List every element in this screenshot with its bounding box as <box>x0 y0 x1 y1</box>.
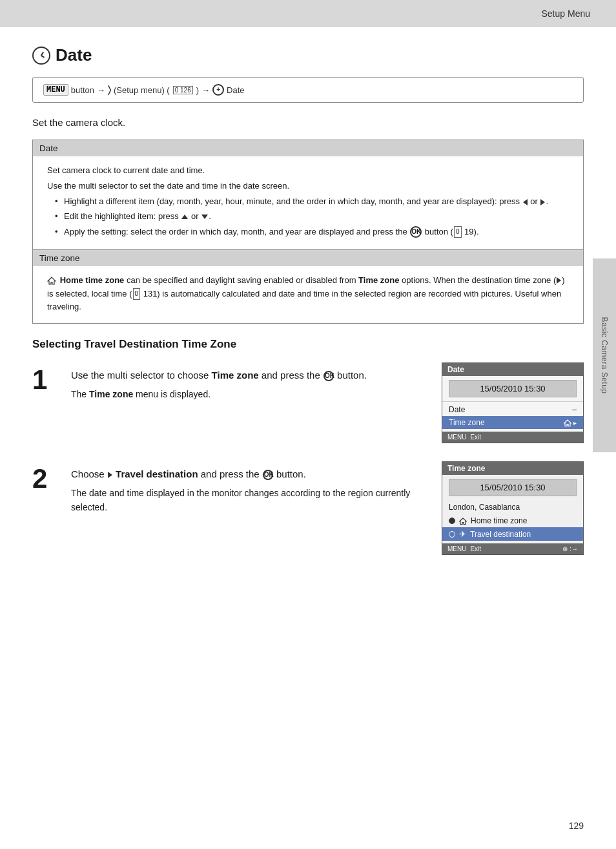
nav-text2: (Setup menu) ( <box>114 85 170 95</box>
arrow-up-icon <box>181 215 188 219</box>
nav-date-icon: + <box>212 84 224 96</box>
cs1-div1 <box>442 401 583 402</box>
svg-marker-0 <box>48 277 56 284</box>
arrow-left-icon <box>523 199 528 205</box>
date-line1: Set camera clock to current date and tim… <box>47 164 569 177</box>
header-bar: Setup Menu <box>0 0 616 27</box>
step-2-row: 2 Choose Travel destination and press th… <box>32 461 584 555</box>
ts-footer: MENU Exit ⊛ :→ <box>442 543 583 554</box>
clock-icon <box>32 47 50 65</box>
cs1-footer: MENU Exit <box>442 432 583 443</box>
step-2-detail: The date and time displayed in the monit… <box>71 487 426 514</box>
ok-icon-step2: OK <box>263 470 273 480</box>
arrow-right-icon <box>540 199 545 205</box>
ts-radio-home <box>449 518 455 524</box>
nav-setup-icon: 〉 <box>108 84 111 96</box>
cs1-row-timezone: Time zone ▸ <box>442 416 583 429</box>
ts-header: Time zone <box>442 462 583 475</box>
sidebar-label: Basic Camera Setup <box>600 317 609 393</box>
header-title: Setup Menu <box>542 8 591 19</box>
step-1-number: 1 <box>32 362 56 393</box>
sidebar-container: Basic Camera Setup <box>593 258 616 452</box>
ts-option-home: Home time zone <box>442 514 583 527</box>
ref-19: 0 <box>454 226 462 238</box>
svg-marker-2 <box>460 518 467 525</box>
step-2-number: 2 <box>32 461 56 492</box>
date-bullet-1: Highlight a different item (day, month, … <box>55 195 569 208</box>
arrow-down-icon <box>201 215 208 219</box>
date-bullets: Highlight a different item (day, month, … <box>47 195 569 238</box>
dest-arrow-icon <box>108 472 112 478</box>
nav-box: MENU button → 〉 (Setup menu) ( 0 126 ) →… <box>32 77 584 103</box>
timezone-text: Home time zone can be specified and dayl… <box>47 274 569 314</box>
nav-text1: button <box>71 85 94 95</box>
page-number: 129 <box>569 821 584 831</box>
cs1-row-date: Date – <box>442 403 583 416</box>
cs1-time: 15/05/2010 15:30 <box>449 380 577 397</box>
ts-travel-label: Travel destination <box>470 530 531 539</box>
ts-home-label: Home time zone <box>471 516 527 525</box>
cs-home-icon <box>564 419 571 426</box>
cs1-exit-label: Exit <box>470 434 481 441</box>
page: Setup Menu Date MENU button → 〉 (Setup m… <box>0 0 616 849</box>
date-bullet-2: Edit the highlighted item: press or . <box>55 210 569 223</box>
date-section-header: Date <box>33 140 583 156</box>
step-2-content: Choose Travel destination and press the … <box>71 461 426 519</box>
step-1-main: Use the multi selector to choose Time zo… <box>71 368 426 383</box>
ts-city: London, Casablanca <box>442 500 583 514</box>
timezone-section: Time zone Home time zone can be specifie… <box>32 250 584 324</box>
ok-icon-step1: OK <box>323 371 334 381</box>
step-1-screen: Date 15/05/2010 15:30 Date – Time zone <box>442 362 584 443</box>
date-section-content: Set camera clock to current date and tim… <box>33 156 583 249</box>
ts-plane-icon: ✈ <box>459 529 466 539</box>
tz-screen: Time zone 15/05/2010 15:30 London, Casab… <box>442 461 584 555</box>
date-section: Date Set camera clock to current date an… <box>32 140 584 250</box>
timezone-section-header: Time zone <box>33 250 583 266</box>
step-1-detail: The Time zone menu is displayed. <box>71 388 426 402</box>
dest-icon <box>557 277 561 284</box>
ts-menu-label: MENU <box>447 545 466 552</box>
intro-text: Set the camera clock. <box>32 117 584 128</box>
step-1-row: 1 Use the multi selector to choose Time … <box>32 362 584 443</box>
ok-button-icon: OK <box>410 226 422 238</box>
page-title-row: Date <box>32 45 584 65</box>
date-line2: Use the multi selector to set the date a… <box>47 180 569 193</box>
nav-arrow2: → <box>201 85 210 95</box>
nav-text4: Date <box>227 85 244 95</box>
cs1-menu-label: MENU <box>447 434 466 441</box>
ts-ok-label: ⊛ :→ <box>562 545 578 552</box>
ts-time: 15/05/2010 15:30 <box>449 479 577 496</box>
step-2-screen: Time zone 15/05/2010 15:30 London, Casab… <box>442 461 584 555</box>
date-bullet-3: Apply the setting: select the order in w… <box>55 225 569 238</box>
nav-arrow1: → <box>97 85 105 95</box>
step-1-content: Use the multi selector to choose Time zo… <box>71 362 426 406</box>
ts-exit-label: Exit <box>470 545 481 552</box>
nav-text3: ) <box>196 85 199 95</box>
ref-131: 0 <box>133 288 141 300</box>
cs1-header: Date <box>442 363 583 376</box>
ts-home-icon <box>459 518 467 525</box>
nav-ref: 0 126 <box>173 86 193 94</box>
svg-marker-1 <box>564 420 571 426</box>
timezone-section-content: Home time zone can be specified and dayl… <box>33 266 583 323</box>
ts-radio-travel <box>449 531 455 538</box>
menu-key: MENU <box>43 84 68 96</box>
ts-option-travel: ✈ Travel destination <box>442 527 583 541</box>
home-icon <box>47 277 56 285</box>
subsection-heading: Selecting Travel Destination Time Zone <box>32 338 584 351</box>
camera-screen-1: Date 15/05/2010 15:30 Date – Time zone <box>442 362 584 443</box>
step-2-main: Choose Travel destination and press the … <box>71 466 426 481</box>
main-content: Date MENU button → 〉 (Setup menu) ( 0 12… <box>0 27 616 591</box>
page-title: Date <box>56 45 92 65</box>
